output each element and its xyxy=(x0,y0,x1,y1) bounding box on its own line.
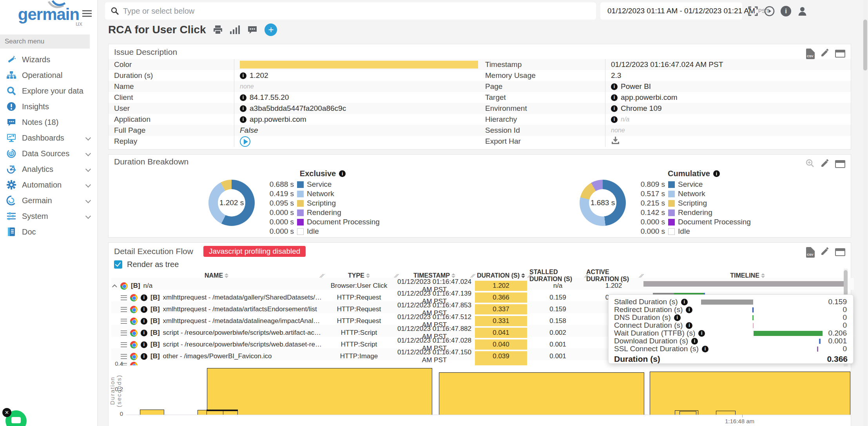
chart-bar[interactable] xyxy=(207,410,238,415)
info-icon[interactable] xyxy=(141,318,147,325)
sidebar-item-doc[interactable]: Doc xyxy=(0,224,97,240)
info-icon[interactable] xyxy=(611,116,618,123)
col-active-duration[interactable]: ACTIVE DURATION (S)∕∕ xyxy=(586,269,641,283)
duration-cell: 0.331 xyxy=(475,316,527,326)
info-icon[interactable] xyxy=(674,314,681,321)
row-menu-icon[interactable] xyxy=(121,307,127,312)
info-icon[interactable] xyxy=(698,330,705,337)
chart-bars-icon[interactable] xyxy=(230,25,240,34)
global-search-input[interactable] xyxy=(123,7,591,16)
page-scrollbar-track[interactable] xyxy=(863,0,868,426)
info-icon[interactable] xyxy=(141,330,147,336)
info-icon[interactable] xyxy=(691,338,698,345)
chat-close-icon[interactable]: ✕ xyxy=(2,408,11,417)
download-icon[interactable] xyxy=(611,136,620,147)
sort-icon[interactable] xyxy=(451,273,455,278)
col-type[interactable]: TYPE∕∕ xyxy=(322,272,396,279)
info-icon[interactable] xyxy=(686,322,692,329)
open-window-icon[interactable] xyxy=(835,50,845,58)
sidebar-item-data-sources[interactable]: Data Sources xyxy=(0,146,97,161)
sort-icon[interactable] xyxy=(761,273,765,278)
sidebar-search-input[interactable] xyxy=(0,34,90,49)
fullscreen-icon[interactable] xyxy=(748,6,758,16)
info-icon[interactable] xyxy=(141,294,147,301)
info-icon[interactable] xyxy=(339,170,346,177)
sidebar-item-system[interactable]: System xyxy=(0,208,97,224)
export-csv-icon[interactable] xyxy=(806,247,815,258)
chart-bar[interactable] xyxy=(439,372,644,415)
page-scrollbar-thumb[interactable] xyxy=(863,20,867,70)
sort-icon[interactable] xyxy=(225,273,228,278)
col-stalled-duration[interactable]: STALLED DURATION (S)∕∕ xyxy=(529,269,586,283)
sidebar-item-dashboards[interactable]: Dashboards xyxy=(0,130,97,146)
duration-cell: 0.041 xyxy=(475,328,527,338)
field-label: Color xyxy=(109,60,234,69)
play-circle-icon[interactable] xyxy=(764,6,775,16)
nodes-icon xyxy=(6,164,16,174)
open-window-icon[interactable] xyxy=(835,248,845,256)
sidebar-item-notes[interactable]: Notes (18) xyxy=(0,114,97,130)
sort-icon[interactable] xyxy=(521,273,525,278)
info-icon[interactable] xyxy=(240,105,246,112)
chart-plot-area[interactable]: 1:16:48 am xyxy=(126,362,850,415)
col-timestamp[interactable]: TIMESTAMP∕∕ xyxy=(396,272,473,279)
table-row[interactable]: [B]n/a Browser:User Click 01/12/2023 01:… xyxy=(111,278,854,290)
info-icon[interactable]: i xyxy=(781,6,791,16)
edit-icon[interactable] xyxy=(820,48,830,59)
sidebar-item-insights[interactable]: Insights xyxy=(0,99,97,114)
print-icon[interactable] xyxy=(213,25,223,35)
collapse-caret-icon[interactable] xyxy=(112,284,117,289)
sidebar-item-explore-your-data[interactable]: Explore your data xyxy=(0,83,97,99)
info-icon[interactable] xyxy=(141,341,147,348)
field-value: Power BI xyxy=(621,82,651,91)
comment-icon[interactable] xyxy=(247,25,257,35)
info-icon[interactable] xyxy=(141,353,147,360)
sidebar-item-analytics[interactable]: Analytics xyxy=(0,161,97,177)
cumulative-donut-chart[interactable]: 1.683 s xyxy=(580,180,626,226)
chart-bar[interactable] xyxy=(650,372,850,415)
chart-bar[interactable] xyxy=(207,368,432,415)
info-icon[interactable] xyxy=(141,306,147,313)
field-value: 1.202 xyxy=(250,71,268,80)
open-window-icon[interactable] xyxy=(835,160,845,168)
info-icon[interactable] xyxy=(240,72,246,79)
info-icon[interactable] xyxy=(611,83,618,90)
render-as-tree-checkbox[interactable]: Render as tree xyxy=(114,260,179,269)
sidebar-item-germain[interactable]: Germain xyxy=(0,193,97,208)
sidebar-item-automation[interactable]: Automation xyxy=(0,177,97,193)
edit-icon[interactable] xyxy=(820,247,830,258)
row-menu-icon[interactable] xyxy=(121,319,127,324)
col-name[interactable]: NAME∕∕ xyxy=(111,272,322,279)
chart-bar[interactable] xyxy=(716,411,736,415)
exclusive-donut-chart[interactable]: 1.202 s xyxy=(208,180,255,226)
legend-item: 0.809 sService xyxy=(637,180,751,189)
sort-icon[interactable] xyxy=(366,273,370,278)
checkbox-checked-icon[interactable] xyxy=(114,260,122,269)
row-menu-icon[interactable] xyxy=(121,354,127,359)
info-icon[interactable] xyxy=(686,307,692,313)
scripting-color-box xyxy=(668,200,675,207)
sidebar-item-operational[interactable]: Operational xyxy=(0,67,97,83)
chart-bar[interactable] xyxy=(140,410,164,415)
export-csv-icon[interactable] xyxy=(806,49,815,59)
hamburger-menu-icon[interactable] xyxy=(82,10,92,17)
add-button[interactable]: + xyxy=(265,23,277,36)
chart-bar[interactable] xyxy=(680,411,696,415)
info-icon[interactable] xyxy=(681,299,688,305)
col-duration[interactable]: DURATION (S)∕∕ xyxy=(473,272,529,279)
replay-play-button[interactable] xyxy=(240,136,250,147)
info-icon[interactable] xyxy=(713,170,720,177)
user-icon[interactable] xyxy=(797,6,808,16)
info-icon[interactable] xyxy=(240,94,246,101)
row-menu-icon[interactable] xyxy=(121,295,127,300)
info-icon[interactable] xyxy=(702,346,709,352)
row-menu-icon[interactable] xyxy=(121,342,127,347)
sidebar-item-wizards[interactable]: Wizards xyxy=(0,52,97,67)
info-icon[interactable] xyxy=(611,94,618,101)
date-range-picker[interactable]: 01/12/2023 01:11 AM - 01/12/2023 01:21 A… xyxy=(600,2,742,20)
row-menu-icon[interactable] xyxy=(121,330,127,336)
scripting-color-box xyxy=(297,200,304,207)
info-icon[interactable] xyxy=(611,105,618,112)
info-icon[interactable] xyxy=(240,116,246,123)
chevron-down-icon xyxy=(85,198,91,203)
